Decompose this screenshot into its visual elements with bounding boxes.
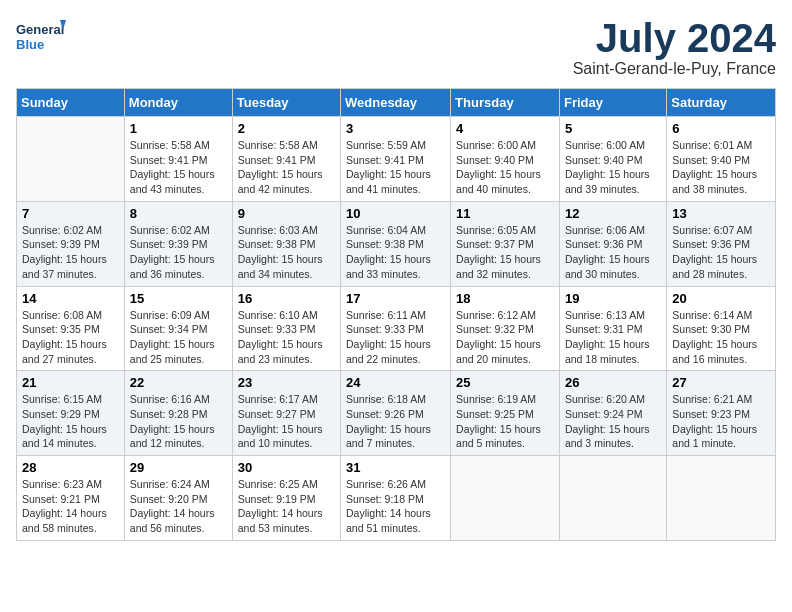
header: General Blue July 2024 Saint-Gerand-le-P… bbox=[16, 16, 776, 78]
month-title: July 2024 bbox=[573, 16, 776, 60]
day-number: 30 bbox=[238, 460, 335, 475]
week-row-5: 28Sunrise: 6:23 AM Sunset: 9:21 PM Dayli… bbox=[17, 456, 776, 541]
day-cell: 19Sunrise: 6:13 AM Sunset: 9:31 PM Dayli… bbox=[559, 286, 666, 371]
day-info: Sunrise: 6:12 AM Sunset: 9:32 PM Dayligh… bbox=[456, 308, 554, 367]
day-info: Sunrise: 6:00 AM Sunset: 9:40 PM Dayligh… bbox=[565, 138, 661, 197]
day-number: 15 bbox=[130, 291, 227, 306]
day-info: Sunrise: 6:03 AM Sunset: 9:38 PM Dayligh… bbox=[238, 223, 335, 282]
day-info: Sunrise: 6:23 AM Sunset: 9:21 PM Dayligh… bbox=[22, 477, 119, 536]
day-cell: 27Sunrise: 6:21 AM Sunset: 9:23 PM Dayli… bbox=[667, 371, 776, 456]
day-info: Sunrise: 6:04 AM Sunset: 9:38 PM Dayligh… bbox=[346, 223, 445, 282]
week-row-4: 21Sunrise: 6:15 AM Sunset: 9:29 PM Dayli… bbox=[17, 371, 776, 456]
day-cell: 9Sunrise: 6:03 AM Sunset: 9:38 PM Daylig… bbox=[232, 201, 340, 286]
day-info: Sunrise: 6:24 AM Sunset: 9:20 PM Dayligh… bbox=[130, 477, 227, 536]
day-info: Sunrise: 6:20 AM Sunset: 9:24 PM Dayligh… bbox=[565, 392, 661, 451]
svg-text:General: General bbox=[16, 22, 64, 37]
day-cell: 14Sunrise: 6:08 AM Sunset: 9:35 PM Dayli… bbox=[17, 286, 125, 371]
day-cell: 28Sunrise: 6:23 AM Sunset: 9:21 PM Dayli… bbox=[17, 456, 125, 541]
day-cell: 22Sunrise: 6:16 AM Sunset: 9:28 PM Dayli… bbox=[124, 371, 232, 456]
column-header-saturday: Saturday bbox=[667, 89, 776, 117]
day-info: Sunrise: 6:26 AM Sunset: 9:18 PM Dayligh… bbox=[346, 477, 445, 536]
day-cell bbox=[451, 456, 560, 541]
day-info: Sunrise: 6:19 AM Sunset: 9:25 PM Dayligh… bbox=[456, 392, 554, 451]
day-info: Sunrise: 6:16 AM Sunset: 9:28 PM Dayligh… bbox=[130, 392, 227, 451]
day-number: 9 bbox=[238, 206, 335, 221]
day-number: 13 bbox=[672, 206, 770, 221]
day-number: 10 bbox=[346, 206, 445, 221]
day-number: 5 bbox=[565, 121, 661, 136]
day-cell: 4Sunrise: 6:00 AM Sunset: 9:40 PM Daylig… bbox=[451, 117, 560, 202]
day-number: 25 bbox=[456, 375, 554, 390]
day-info: Sunrise: 6:14 AM Sunset: 9:30 PM Dayligh… bbox=[672, 308, 770, 367]
day-number: 19 bbox=[565, 291, 661, 306]
day-info: Sunrise: 6:17 AM Sunset: 9:27 PM Dayligh… bbox=[238, 392, 335, 451]
column-header-sunday: Sunday bbox=[17, 89, 125, 117]
day-cell: 12Sunrise: 6:06 AM Sunset: 9:36 PM Dayli… bbox=[559, 201, 666, 286]
day-cell: 11Sunrise: 6:05 AM Sunset: 9:37 PM Dayli… bbox=[451, 201, 560, 286]
day-number: 1 bbox=[130, 121, 227, 136]
day-cell: 7Sunrise: 6:02 AM Sunset: 9:39 PM Daylig… bbox=[17, 201, 125, 286]
day-cell: 31Sunrise: 6:26 AM Sunset: 9:18 PM Dayli… bbox=[341, 456, 451, 541]
day-cell: 26Sunrise: 6:20 AM Sunset: 9:24 PM Dayli… bbox=[559, 371, 666, 456]
day-cell: 17Sunrise: 6:11 AM Sunset: 9:33 PM Dayli… bbox=[341, 286, 451, 371]
day-number: 12 bbox=[565, 206, 661, 221]
day-info: Sunrise: 6:15 AM Sunset: 9:29 PM Dayligh… bbox=[22, 392, 119, 451]
day-info: Sunrise: 6:01 AM Sunset: 9:40 PM Dayligh… bbox=[672, 138, 770, 197]
title-area: July 2024 Saint-Gerand-le-Puy, France bbox=[573, 16, 776, 78]
day-number: 26 bbox=[565, 375, 661, 390]
day-info: Sunrise: 6:09 AM Sunset: 9:34 PM Dayligh… bbox=[130, 308, 227, 367]
day-number: 2 bbox=[238, 121, 335, 136]
day-info: Sunrise: 6:25 AM Sunset: 9:19 PM Dayligh… bbox=[238, 477, 335, 536]
day-cell: 6Sunrise: 6:01 AM Sunset: 9:40 PM Daylig… bbox=[667, 117, 776, 202]
day-cell: 10Sunrise: 6:04 AM Sunset: 9:38 PM Dayli… bbox=[341, 201, 451, 286]
logo-svg: General Blue bbox=[16, 16, 66, 60]
day-info: Sunrise: 6:10 AM Sunset: 9:33 PM Dayligh… bbox=[238, 308, 335, 367]
day-cell: 16Sunrise: 6:10 AM Sunset: 9:33 PM Dayli… bbox=[232, 286, 340, 371]
day-cell: 2Sunrise: 5:58 AM Sunset: 9:41 PM Daylig… bbox=[232, 117, 340, 202]
day-cell bbox=[667, 456, 776, 541]
day-info: Sunrise: 6:02 AM Sunset: 9:39 PM Dayligh… bbox=[22, 223, 119, 282]
day-info: Sunrise: 6:06 AM Sunset: 9:36 PM Dayligh… bbox=[565, 223, 661, 282]
day-info: Sunrise: 5:58 AM Sunset: 9:41 PM Dayligh… bbox=[238, 138, 335, 197]
day-info: Sunrise: 5:58 AM Sunset: 9:41 PM Dayligh… bbox=[130, 138, 227, 197]
day-number: 7 bbox=[22, 206, 119, 221]
day-number: 28 bbox=[22, 460, 119, 475]
day-cell bbox=[17, 117, 125, 202]
day-number: 18 bbox=[456, 291, 554, 306]
day-number: 6 bbox=[672, 121, 770, 136]
svg-text:Blue: Blue bbox=[16, 37, 44, 52]
day-info: Sunrise: 6:08 AM Sunset: 9:35 PM Dayligh… bbox=[22, 308, 119, 367]
day-info: Sunrise: 6:21 AM Sunset: 9:23 PM Dayligh… bbox=[672, 392, 770, 451]
day-cell: 20Sunrise: 6:14 AM Sunset: 9:30 PM Dayli… bbox=[667, 286, 776, 371]
day-cell: 5Sunrise: 6:00 AM Sunset: 9:40 PM Daylig… bbox=[559, 117, 666, 202]
day-cell: 25Sunrise: 6:19 AM Sunset: 9:25 PM Dayli… bbox=[451, 371, 560, 456]
day-number: 8 bbox=[130, 206, 227, 221]
day-info: Sunrise: 5:59 AM Sunset: 9:41 PM Dayligh… bbox=[346, 138, 445, 197]
day-number: 24 bbox=[346, 375, 445, 390]
day-info: Sunrise: 6:00 AM Sunset: 9:40 PM Dayligh… bbox=[456, 138, 554, 197]
day-cell: 24Sunrise: 6:18 AM Sunset: 9:26 PM Dayli… bbox=[341, 371, 451, 456]
week-row-1: 1Sunrise: 5:58 AM Sunset: 9:41 PM Daylig… bbox=[17, 117, 776, 202]
day-number: 22 bbox=[130, 375, 227, 390]
week-row-3: 14Sunrise: 6:08 AM Sunset: 9:35 PM Dayli… bbox=[17, 286, 776, 371]
day-info: Sunrise: 6:02 AM Sunset: 9:39 PM Dayligh… bbox=[130, 223, 227, 282]
day-info: Sunrise: 6:11 AM Sunset: 9:33 PM Dayligh… bbox=[346, 308, 445, 367]
day-cell: 13Sunrise: 6:07 AM Sunset: 9:36 PM Dayli… bbox=[667, 201, 776, 286]
week-row-2: 7Sunrise: 6:02 AM Sunset: 9:39 PM Daylig… bbox=[17, 201, 776, 286]
column-header-tuesday: Tuesday bbox=[232, 89, 340, 117]
day-number: 27 bbox=[672, 375, 770, 390]
day-cell: 8Sunrise: 6:02 AM Sunset: 9:39 PM Daylig… bbox=[124, 201, 232, 286]
day-info: Sunrise: 6:07 AM Sunset: 9:36 PM Dayligh… bbox=[672, 223, 770, 282]
day-cell: 29Sunrise: 6:24 AM Sunset: 9:20 PM Dayli… bbox=[124, 456, 232, 541]
day-number: 16 bbox=[238, 291, 335, 306]
day-info: Sunrise: 6:18 AM Sunset: 9:26 PM Dayligh… bbox=[346, 392, 445, 451]
column-header-wednesday: Wednesday bbox=[341, 89, 451, 117]
day-info: Sunrise: 6:05 AM Sunset: 9:37 PM Dayligh… bbox=[456, 223, 554, 282]
column-header-thursday: Thursday bbox=[451, 89, 560, 117]
calendar-table: SundayMondayTuesdayWednesdayThursdayFrid… bbox=[16, 88, 776, 541]
day-number: 4 bbox=[456, 121, 554, 136]
day-info: Sunrise: 6:13 AM Sunset: 9:31 PM Dayligh… bbox=[565, 308, 661, 367]
day-cell: 1Sunrise: 5:58 AM Sunset: 9:41 PM Daylig… bbox=[124, 117, 232, 202]
logo: General Blue bbox=[16, 16, 66, 60]
day-number: 21 bbox=[22, 375, 119, 390]
